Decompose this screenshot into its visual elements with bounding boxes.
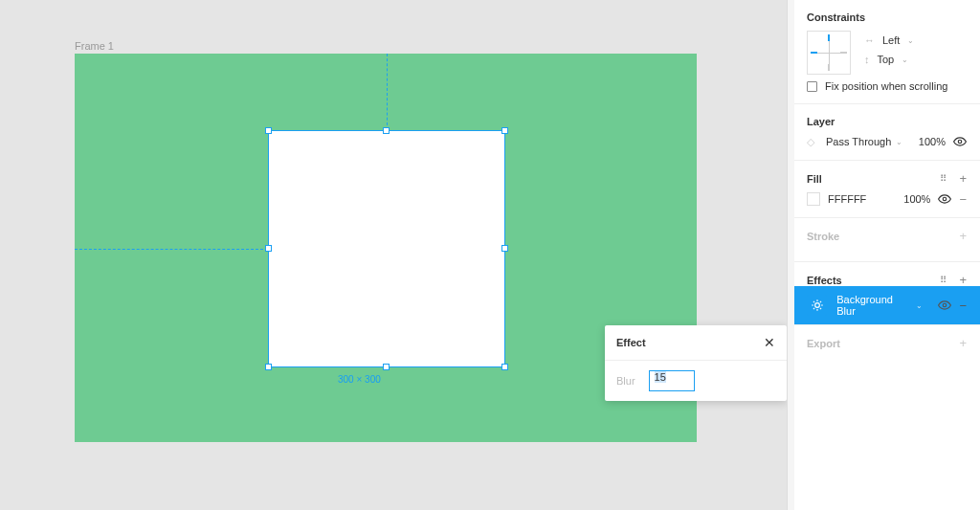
chevron-down-icon: ⌄ — [907, 36, 914, 45]
add-stroke-button[interactable]: + — [959, 230, 967, 242]
blur-value-input[interactable]: 15 — [649, 370, 695, 391]
stroke-section: Stroke + — [793, 218, 980, 262]
svg-point-0 — [958, 140, 962, 144]
resize-handle-bm[interactable] — [383, 364, 390, 370]
selection-dimensions: 300 × 300 — [338, 374, 381, 385]
stroke-title: Stroke — [807, 231, 839, 242]
constraint-vertical-select[interactable]: ↕ Top⌄ — [864, 54, 914, 65]
selected-rectangle[interactable] — [268, 130, 505, 367]
export-section: Export + — [793, 325, 980, 368]
fix-position-checkbox[interactable]: Fix position when scrolling — [807, 80, 967, 92]
add-effect-button[interactable]: + — [959, 274, 967, 286]
effects-section: Effects ⠿ + Background Blur⌄ − — [793, 262, 980, 325]
effect-type-select[interactable]: Background Blur — [836, 294, 911, 317]
fill-visibility-icon[interactable] — [938, 192, 951, 206]
fill-styles-icon[interactable]: ⠿ — [940, 174, 947, 184]
resize-handle-ml[interactable] — [265, 245, 272, 252]
chevron-down-icon: ⌄ — [916, 301, 923, 310]
frame-label[interactable]: Frame 1 — [75, 40, 114, 52]
constraints-section: Constraints ↔ Left⌄ ↕ Top⌄ Fix position … — [793, 0, 980, 104]
visibility-toggle-icon[interactable] — [953, 135, 967, 148]
chevron-down-icon: ⌄ — [896, 138, 902, 146]
effects-title: Effects — [807, 275, 842, 286]
layer-section: Layer ◇ Pass Through⌄ 100% — [793, 104, 980, 161]
add-fill-button[interactable]: + — [959, 172, 967, 185]
canvas[interactable]: Frame 1 300 × 300 Effect ✕ Blur 15 — [0, 0, 792, 510]
inspector-panel: Constraints ↔ Left⌄ ↕ Top⌄ Fix position … — [792, 0, 980, 510]
resize-handle-tl[interactable] — [265, 127, 272, 134]
effect-settings-icon[interactable] — [807, 295, 827, 316]
layer-opacity-input[interactable]: 100% — [919, 136, 946, 147]
chevron-down-icon: ⌄ — [902, 55, 908, 64]
blend-mode-select[interactable]: Pass Through⌄ — [826, 136, 902, 147]
add-export-button[interactable]: + — [959, 337, 967, 349]
effect-settings-popup: Effect ✕ Blur 15 — [605, 325, 787, 401]
constraints-widget[interactable] — [807, 31, 851, 75]
alignment-guide-vertical — [387, 54, 388, 130]
remove-effect-button[interactable]: − — [959, 299, 967, 312]
svg-point-11 — [944, 303, 947, 307]
fill-hex-input[interactable]: FFFFFF — [828, 193, 866, 205]
blend-mode-icon: ◇ — [807, 136, 818, 148]
effects-styles-icon[interactable]: ⠿ — [940, 276, 947, 285]
constraint-horizontal-select[interactable]: ↔ Left⌄ — [864, 34, 914, 46]
fill-title: Fill — [807, 173, 822, 185]
fill-color-swatch[interactable] — [807, 192, 820, 206]
effect-popup-title: Effect — [616, 337, 646, 348]
checkbox-icon — [807, 81, 817, 92]
remove-fill-button[interactable]: − — [959, 193, 967, 206]
svg-line-10 — [820, 301, 821, 302]
effect-visibility-icon[interactable] — [938, 299, 951, 312]
fill-section: Fill ⠿ + FFFFFF 100% − — [793, 161, 980, 218]
effect-row-active[interactable]: Background Blur⌄ − — [793, 286, 980, 324]
svg-line-8 — [820, 308, 821, 309]
layer-title: Layer — [807, 116, 835, 127]
resize-handle-tm[interactable] — [383, 127, 390, 134]
svg-line-7 — [813, 301, 814, 302]
alignment-guide-horizontal — [75, 249, 268, 250]
fill-opacity-input[interactable]: 100% — [903, 193, 930, 205]
close-icon[interactable]: ✕ — [764, 336, 775, 349]
horizontal-arrow-icon: ↔ — [864, 34, 875, 46]
resize-handle-tr[interactable] — [501, 127, 508, 134]
resize-handle-mr[interactable] — [501, 245, 508, 252]
svg-point-2 — [814, 303, 819, 308]
vertical-arrow-icon: ↕ — [864, 54, 870, 65]
frame-artboard[interactable]: 300 × 300 — [75, 54, 697, 442]
blur-field-label: Blur — [616, 375, 635, 387]
svg-line-9 — [813, 308, 814, 309]
svg-point-1 — [944, 197, 947, 201]
resize-handle-br[interactable] — [501, 364, 508, 370]
export-title: Export — [807, 338, 840, 349]
resize-handle-bl[interactable] — [265, 364, 272, 370]
constraints-title: Constraints — [807, 11, 865, 23]
